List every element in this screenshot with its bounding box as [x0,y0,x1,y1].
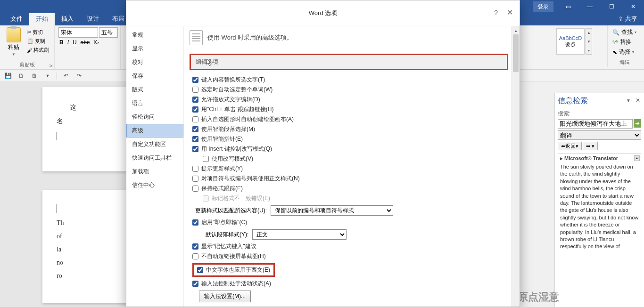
cat-save[interactable]: 保存 [126,69,183,83]
opt-no-autohyperlink-screenshot[interactable]: 不自动超链接屏幕截图(H) [192,251,508,261]
cat-layout[interactable]: 版式 [126,83,183,97]
banner-text: 使用 Word 时采用的高级选项。 [207,33,293,42]
format-painter-button[interactable]: 🖌格式刷 [25,46,50,54]
default-para-label: 默认段落样式(Y): [206,231,248,239]
opt-click-type[interactable]: 启用"即点即输"(C) [192,218,508,227]
opt-normal-bullets[interactable]: 对项目符号或编号列表使用正文样式(N) [192,174,508,184]
opt-typing-replace[interactable]: 键入内容替换所选文字(T) [192,75,508,85]
italic-button[interactable]: I [67,39,69,46]
cat-advanced[interactable]: 高级 [126,124,183,137]
share-icon: ⇪ [618,16,623,23]
find-button[interactable]: 🔍查找▾ [612,28,636,36]
copy-button[interactable]: 📋复制 [25,37,50,45]
opt-select-word[interactable]: 选定时自动选定整个单词(W) [192,85,508,95]
cat-ease[interactable]: 轻松访问 [126,110,183,124]
brush-icon: 🖌 [27,48,32,53]
subscript-button[interactable]: X₂ [93,39,99,46]
opt-cn-font-west-highlight: 中文字体也应用于西文(E) [192,263,275,277]
ribbon-display-icon[interactable]: ▭ [557,0,579,13]
dialog-close-icon[interactable]: ✕ [507,8,513,17]
scroll-up-icon[interactable]: ▴ [512,26,520,34]
pane-close-icon[interactable]: ✕ [636,97,640,104]
bold-button[interactable]: B [59,39,64,46]
tab-file[interactable]: 文件 [4,12,29,25]
update-style-label: 更新样式以匹配所选内容(U): [195,207,267,215]
paste-icon [7,27,21,42]
styles-more[interactable]: ▲▼▾ [586,28,592,55]
opt-cn-font-west[interactable]: 中文字体也应用于西文(E) [195,265,272,275]
document-icon [190,30,203,45]
help-icon[interactable]: ? [494,9,498,16]
search-icon: 🔍 [612,29,619,36]
select-button[interactable]: ⬉选择▾ [612,48,636,56]
redo-icon[interactable]: ↷ [75,72,83,80]
scroll-thumb[interactable] [513,34,519,72]
maximize-icon[interactable]: ☐ [601,0,622,13]
opt-insert-overtype[interactable]: 用 Insert 键控制改写模式(Q) [192,144,508,154]
cat-language[interactable]: 语言 [126,97,183,110]
word-options-dialog: Word 选项 ? ✕ 常规 显示 校对 保存 版式 语言 轻松访问 高级 自定… [126,0,520,307]
underline-button[interactable]: U [73,39,77,46]
opt-smart-cursor[interactable]: 使用智能指针(E) [192,134,508,144]
strike-button[interactable]: abc [81,39,90,46]
opt-default-para-row: 默认段落样式(Y): 正文 [192,227,508,242]
back-button[interactable]: ⬅ 返回 ▾ [558,142,582,150]
ime-settings-button[interactable]: 输入法设置(M)... [199,291,251,302]
search-input[interactable] [558,119,633,129]
opt-use-overtype[interactable]: 使用改写模式(V) [192,154,508,164]
cat-general[interactable]: 常规 [126,28,183,42]
opt-prompt-update[interactable]: 提示更新样式(Y) [192,164,508,174]
share-button[interactable]: ⇪共享 [611,12,644,25]
cat-qat[interactable]: 快速访问工具栏 [126,151,183,165]
print-preview-icon[interactable]: 🗎 [30,72,39,80]
tab-home[interactable]: 开始 [29,12,55,25]
cut-button[interactable]: ✂剪切 [25,28,50,36]
opt-drawing-canvas[interactable]: 插入自选图形时自动创建绘图画布(A) [192,114,508,124]
update-style-select[interactable]: 保留以前的编号和项目符号样式 [271,205,393,216]
opt-ctrl-click[interactable]: 用"Ctrl + 单击"跟踪超链接(H) [192,105,508,114]
cat-customribbon[interactable]: 自定义功能区 [126,137,183,151]
close-icon[interactable]: ✕ [622,0,644,13]
search-go-button[interactable]: ➜ [634,119,641,128]
cat-trust[interactable]: 信任中心 [126,178,183,192]
opt-autocomplete[interactable]: 显示"记忆式键入"建议 [192,242,508,251]
opt-track-format[interactable]: 保持格式跟踪(E) [192,184,508,194]
cat-proofing[interactable]: 校对 [126,56,183,69]
paste-button[interactable]: 粘贴 ▼ [4,27,24,62]
default-para-select[interactable]: 正文 [252,229,347,240]
chevron-down-icon: ▼ [12,52,16,57]
dialog-launcher-icon[interactable]: ⇲ [49,63,53,68]
tab-insert[interactable]: 插入 [55,12,80,25]
options-content: ▴ 使用 Word 时采用的高级选项。 编辑选项 键入内容替换所选文字(T) 选… [184,26,520,307]
opt-ime-active[interactable]: 输入法控制处于活动状态(A) [192,279,508,289]
result-body: The sun slowly poured down on the earth,… [560,163,639,250]
dialog-title-text: Word 选项 [309,9,337,17]
replace-button[interactable]: ᵃ⁄ᵇ替换 [612,38,636,46]
font-name-select[interactable] [58,27,98,38]
styles-gallery: AaBbCcD 要点 ▲▼▾ [556,26,592,55]
chevron-down-icon[interactable]: ▼ [43,72,52,80]
section-editing-options: 编辑选项 [190,54,508,70]
scrollbar[interactable]: ▴ [512,26,520,307]
font-size-select[interactable] [99,27,118,38]
new-icon[interactable]: 🗋 [17,72,25,80]
service-select[interactable]: 翻译 [558,130,641,140]
forward-button[interactable]: ➡ ▾ [583,142,598,150]
cat-display[interactable]: 显示 [126,42,183,56]
save-icon[interactable]: 💾 [4,72,12,80]
style-item[interactable]: AaBbCcD 要点 [556,28,585,55]
mouse-cursor-icon [206,59,213,66]
clipboard-label: 剪贴板 [0,61,54,68]
tab-design[interactable]: 设计 [80,12,106,25]
cat-addins[interactable]: 加载项 [126,165,183,178]
login-button[interactable]: 登录 [533,1,553,12]
minimize-icon[interactable]: — [579,0,601,13]
undo-icon[interactable]: ↶ [62,72,70,80]
scroll-up-icon[interactable]: ▴ [634,155,640,161]
clipboard-group: 粘贴 ▼ ✂剪切 📋复制 🖌格式刷 剪贴板 ⇲ [0,25,55,69]
opt-smart-para[interactable]: 使用智能段落选择(M) [192,124,508,134]
result-panel: ▴ ▸ Microsoft® Translator The sun slowly… [558,153,641,294]
options-category-list: 常规 显示 校对 保存 版式 语言 轻松访问 高级 自定义功能区 快速访问工具栏… [126,26,184,307]
pane-options-icon[interactable]: ▼ [626,98,631,103]
opt-drag-drop[interactable]: 允许拖放式文字编辑(D) [192,95,508,105]
